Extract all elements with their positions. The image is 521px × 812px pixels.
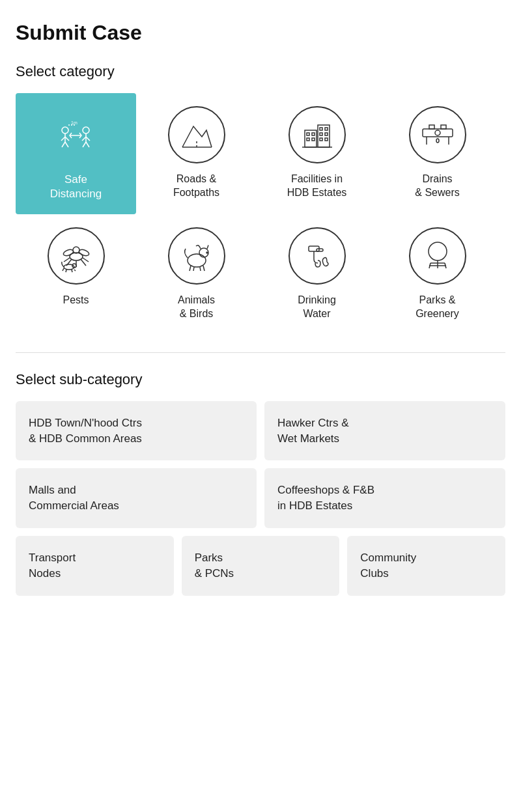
svg-rect-22	[307, 138, 309, 141]
svg-rect-27	[325, 133, 328, 135]
svg-line-56	[200, 267, 201, 271]
category-item-drains-sewers[interactable]: Drains& Sewers	[377, 93, 498, 214]
sub-cat-community-clubs[interactable]: CommunityClubs	[347, 536, 505, 596]
drains-icon	[409, 106, 466, 163]
category-grid-top: 1m SafeDistancing Roads &Footpa	[16, 93, 498, 214]
svg-point-39	[63, 249, 74, 257]
sub-category-grid-row3: TransportNodes Parks& PCNs CommunityClub…	[16, 536, 505, 596]
svg-line-51	[74, 270, 76, 271]
svg-line-12	[83, 142, 86, 147]
pests-icon	[48, 227, 105, 285]
svg-line-5	[65, 137, 69, 141]
svg-point-58	[206, 252, 208, 253]
category-scroll-top: 1m SafeDistancing Roads &Footpa	[16, 93, 505, 214]
svg-line-55	[193, 267, 194, 271]
category-item-roads-footpaths[interactable]: Roads &Footpaths	[136, 93, 257, 214]
sub-category-section-title: Select sub-category	[16, 371, 505, 388]
svg-point-52	[188, 254, 206, 267]
sub-cat-parks-pcns[interactable]: Parks& PCNs	[182, 536, 340, 596]
svg-point-40	[78, 249, 90, 257]
section-divider	[16, 352, 505, 353]
svg-rect-20	[307, 133, 309, 135]
category-section-title: Select category	[16, 63, 505, 80]
svg-point-36	[436, 139, 439, 143]
svg-rect-29	[325, 138, 328, 141]
svg-text:1m: 1m	[71, 120, 77, 125]
svg-line-66	[445, 263, 446, 268]
svg-rect-26	[320, 133, 322, 135]
svg-line-50	[72, 270, 72, 272]
svg-line-48	[63, 268, 64, 271]
category-item-pests[interactable]: Pests	[16, 214, 136, 334]
svg-line-44	[64, 258, 70, 262]
page-container: Submit Case Select category 1m Safe	[0, 0, 521, 622]
sub-category-grid-row1: HDB Town/N'hood Ctrs& HDB Common Areas H…	[16, 401, 505, 461]
category-item-safe-distancing[interactable]: 1m SafeDistancing	[16, 93, 136, 214]
svg-rect-60	[317, 249, 323, 251]
water-icon	[289, 227, 346, 285]
sub-cat-transport[interactable]: TransportNodes	[16, 536, 174, 596]
svg-point-61	[429, 242, 447, 260]
category-label: SafeDistancing	[50, 173, 102, 201]
sub-category-grid-row2: Malls andCommercial Areas Coffeeshops & …	[16, 468, 505, 528]
category-label: Animals& Birds	[178, 294, 215, 321]
svg-rect-31	[429, 125, 434, 129]
svg-line-7	[65, 142, 68, 147]
sub-category-section: Select sub-category HDB Town/N'hood Ctrs…	[16, 371, 505, 596]
sub-cat-hawker[interactable]: Hawker Ctrs &Wet Markets	[264, 401, 505, 461]
animals-icon	[168, 227, 225, 285]
category-label: Facilities inHDB Estates	[287, 173, 347, 200]
svg-point-35	[435, 130, 440, 135]
svg-line-6	[62, 142, 65, 147]
svg-rect-32	[441, 125, 446, 129]
svg-rect-28	[320, 138, 322, 141]
svg-line-65	[429, 263, 430, 268]
safe-distancing-icon: 1m	[48, 106, 105, 163]
svg-rect-23	[312, 138, 315, 141]
category-item-animals-birds[interactable]: Animals& Birds	[136, 214, 257, 334]
category-label: Roads &Footpaths	[173, 173, 219, 200]
svg-rect-24	[320, 128, 322, 130]
category-grid-bottom: Pests Animals& Birds DrinkingWater	[16, 214, 498, 334]
svg-rect-21	[312, 133, 315, 135]
category-item-facilities-hdb[interactable]: Facilities inHDB Estates	[257, 93, 377, 214]
svg-line-10	[82, 137, 86, 141]
category-label: DrinkingWater	[298, 294, 336, 321]
sub-cat-hdb-town[interactable]: HDB Town/N'hood Ctrs& HDB Common Areas	[16, 401, 257, 461]
category-item-parks-greenery[interactable]: Parks &Greenery	[377, 214, 498, 334]
svg-line-57	[203, 266, 204, 271]
parks-icon	[409, 227, 466, 285]
svg-point-8	[83, 127, 89, 133]
svg-line-45	[83, 258, 89, 262]
building-icon	[289, 106, 346, 163]
svg-rect-25	[325, 128, 328, 130]
roads-icon	[168, 106, 225, 163]
svg-line-49	[66, 270, 66, 272]
category-label: Parks &Greenery	[415, 294, 459, 321]
svg-line-43	[81, 259, 86, 266]
sub-cat-coffeeshops[interactable]: Coffeeshops & F&Bin HDB Estates	[264, 468, 505, 528]
category-scroll-bottom: Pests Animals& Birds DrinkingWater	[16, 214, 505, 334]
category-label: Pests	[63, 294, 89, 307]
svg-line-11	[86, 137, 90, 141]
svg-point-2	[62, 127, 68, 133]
category-item-drinking-water[interactable]: DrinkingWater	[257, 214, 377, 334]
svg-line-13	[86, 142, 89, 147]
svg-line-4	[61, 137, 65, 141]
page-title: Submit Case	[16, 21, 505, 45]
category-label: Drains& Sewers	[415, 173, 459, 200]
sub-cat-malls[interactable]: Malls andCommercial Areas	[16, 468, 257, 528]
svg-line-54	[190, 266, 191, 271]
